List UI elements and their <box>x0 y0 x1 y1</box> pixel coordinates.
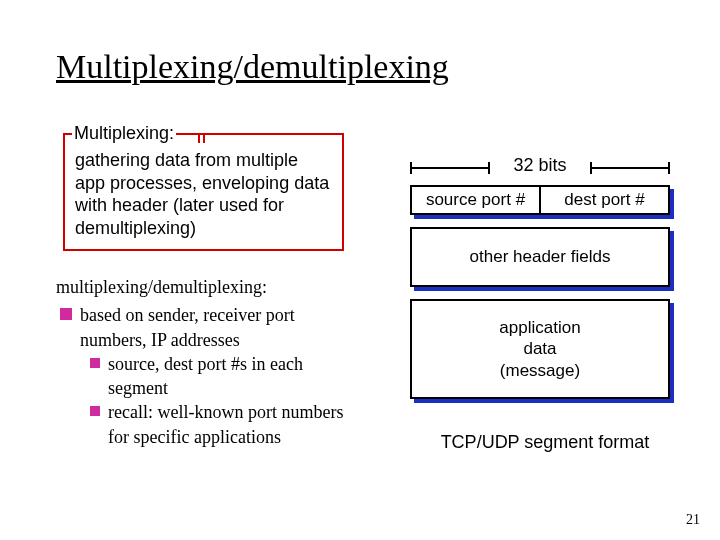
bits-width-row: 32 bits <box>410 155 670 179</box>
list-item: based on sender, receiver port numbers, … <box>56 303 356 352</box>
extent-arrow-icon <box>590 167 670 169</box>
bullet-block: multiplexing/demultiplexing: based on se… <box>56 275 356 449</box>
list-item: recall: well-known port numbers for spec… <box>56 400 356 449</box>
other-header-row: other header fields <box>410 227 670 287</box>
multiplexing-legend: Multiplexing: <box>72 123 176 144</box>
source-port-cell: source port # <box>410 185 541 215</box>
application-data-cell: application data (message) <box>410 299 670 399</box>
dest-port-cell: dest port # <box>541 185 670 215</box>
list-item: source, dest port #s in each segment <box>56 352 356 401</box>
square-bullet-icon <box>90 358 100 368</box>
diagram-caption: TCP/UDP segment format <box>400 432 690 453</box>
extent-arrow-icon <box>410 167 490 169</box>
bullet-text: based on sender, receiver port numbers, … <box>80 303 356 352</box>
application-data-row: application data (message) <box>410 299 670 399</box>
bits-label: 32 bits <box>513 155 566 175</box>
bullet-lead: multiplexing/demultiplexing: <box>56 275 356 299</box>
bullet-text: source, dest port #s in each segment <box>108 352 356 401</box>
square-bullet-icon <box>90 406 100 416</box>
slide-title: Multiplexing/demultiplexing <box>56 48 449 86</box>
multiplexing-definition-box: gathering data from multiple app process… <box>63 133 344 251</box>
legend-tick-icon <box>203 133 205 143</box>
segment-diagram: 32 bits source port # dest port # other … <box>410 155 670 399</box>
multiplexing-definition-text: gathering data from multiple app process… <box>75 149 332 239</box>
other-header-cell: other header fields <box>410 227 670 287</box>
bullet-text: recall: well-known port numbers for spec… <box>108 400 356 449</box>
square-bullet-icon <box>60 308 72 320</box>
page-number: 21 <box>686 512 700 528</box>
legend-tick-icon <box>198 133 200 143</box>
ports-row: source port # dest port # <box>410 185 670 215</box>
